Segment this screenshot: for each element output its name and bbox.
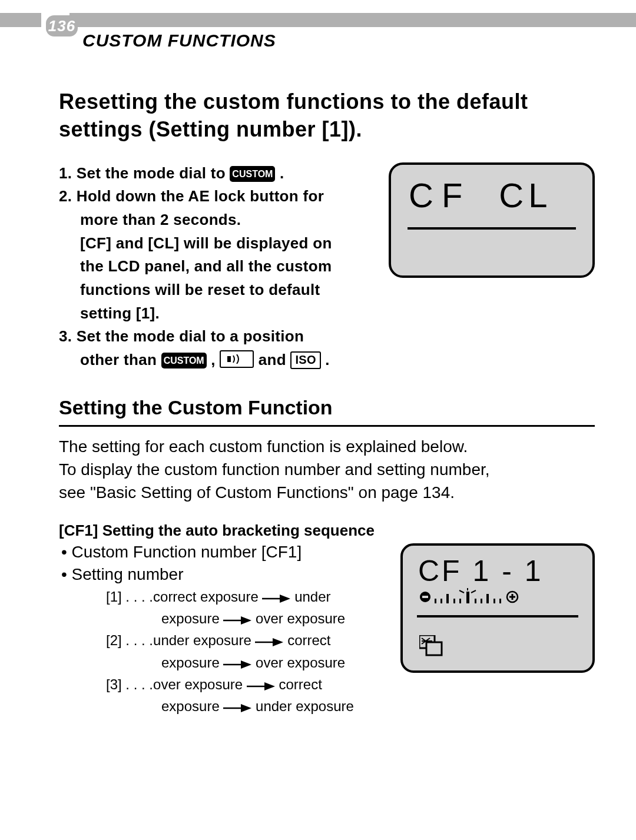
step-2-line-1: 2. Hold down the AE lock button for — [59, 185, 371, 208]
svg-marker-12 — [241, 704, 251, 712]
lcd-1-right: CL — [499, 176, 552, 214]
lcd-2-divider — [417, 615, 578, 617]
svg-rect-24 — [475, 599, 476, 603]
band-right — [69, 13, 636, 27]
cf1-opt1-b: under — [294, 589, 330, 605]
cf1-opt1-a: [1] . . . .correct exposure — [106, 589, 262, 605]
continuous-drive-icon — [419, 635, 446, 659]
section-title: CUSTOM FUNCTIONS — [82, 31, 276, 51]
svg-rect-26 — [486, 594, 489, 603]
header-band — [0, 13, 636, 27]
svg-rect-36 — [426, 642, 442, 655]
cf1-opt3-d: under exposure — [256, 698, 354, 714]
band-left — [0, 13, 41, 27]
svg-rect-20 — [466, 592, 469, 603]
arrow-icon — [255, 638, 283, 646]
cf1-options: [1] . . . .correct exposure under exposu… — [59, 586, 390, 717]
body-line-1: The setting for each custom function is … — [59, 437, 468, 456]
svg-rect-25 — [481, 599, 482, 603]
lcd-1-text: CFCL — [409, 175, 552, 215]
body-line-2: To display the custom function number an… — [59, 460, 490, 479]
lcd-2-exposure-scale — [418, 588, 542, 606]
svg-line-21 — [459, 590, 464, 593]
cf1-left: • Custom Function number [CF1] • Setting… — [59, 540, 390, 717]
page-heading: Resetting the custom functions to the de… — [59, 88, 595, 144]
content: Resetting the custom functions to the de… — [59, 88, 595, 717]
arrow-icon — [262, 595, 290, 603]
step-2-line-4: the LCD panel, and all the custom — [59, 255, 371, 278]
svg-rect-0 — [227, 356, 231, 362]
heading-line-1: Resetting the custom functions to the de… — [59, 89, 528, 114]
lcd-panel-2: CF 1 - 1 — [400, 543, 595, 661]
cf1-bullet-1: • Custom Function number [CF1] — [59, 541, 390, 563]
custom-mode-chip-2: CUSTOM — [161, 353, 207, 368]
cf1-opt1-cont: exposure over exposure — [106, 607, 390, 629]
lcd-box-1: CFCL — [389, 162, 595, 278]
step-3-part-d: . — [321, 351, 330, 368]
svg-marker-2 — [280, 595, 290, 603]
svg-rect-27 — [493, 599, 495, 603]
arrow-icon — [223, 704, 251, 712]
svg-line-22 — [471, 590, 476, 593]
svg-rect-17 — [446, 594, 449, 603]
cf1-opt2-c: exposure — [161, 655, 223, 670]
step-1-suffix: . — [275, 164, 284, 182]
lcd-2-text: CF 1 - 1 — [418, 554, 544, 588]
cf1-opt1-d: over exposure — [256, 610, 345, 626]
cf1-title: [CF1] Setting the auto bracketing sequen… — [59, 522, 595, 540]
step-1: 1. Set the mode dial to CUSTOM . — [59, 162, 371, 185]
heading-line-2: settings (Setting number [1]). — [59, 117, 362, 141]
page-number-badge: 136 — [46, 15, 78, 36]
cf1-opt3-b: correct — [279, 676, 322, 692]
svg-rect-19 — [459, 599, 461, 603]
cf1-opt2-d: over exposure — [256, 655, 345, 670]
step-3-line-1: 3. Set the mode dial to a position — [59, 326, 371, 348]
svg-rect-15 — [435, 599, 436, 603]
cf1-opt2-cont: exposure over exposure — [106, 652, 390, 673]
cf1-block: [CF1] Setting the auto bracketing sequen… — [59, 522, 595, 717]
cf1-opt3-cont: exposure under exposure — [106, 695, 390, 717]
step-3-part-a: other than — [80, 351, 161, 368]
reset-section: 1. Set the mode dial to CUSTOM . 2. Hold… — [59, 162, 595, 373]
step-2-line-2: more than 2 seconds. — [59, 209, 371, 231]
step-3-line-2: other than CUSTOM , and ISO . — [59, 349, 371, 371]
arrow-icon — [247, 682, 275, 690]
lcd-box-2: CF 1 - 1 — [400, 543, 595, 673]
step-3-part-b: , — [207, 351, 220, 368]
svg-marker-6 — [273, 638, 283, 646]
arrow-icon — [223, 616, 251, 625]
body-paragraph: The setting for each custom function is … — [59, 435, 595, 504]
cf1-bullet-2: • Setting number — [59, 563, 390, 586]
svg-rect-14 — [422, 596, 428, 598]
svg-marker-8 — [241, 660, 251, 669]
step-2-line-6: setting [1]. — [59, 303, 371, 325]
step-2-line-5: functions will be reset to default — [59, 279, 371, 301]
cf1-opt3-a: [3] . . . .over exposure — [106, 676, 247, 692]
subheading: Setting the Custom Function — [59, 396, 595, 427]
svg-marker-4 — [241, 616, 251, 625]
lcd-1-left: CF — [409, 176, 471, 214]
cf1-opt2: [2] . . . .under exposure correct — [106, 629, 390, 651]
cf1-two-col: • Custom Function number [CF1] • Setting… — [59, 540, 595, 717]
page: 136 CUSTOM FUNCTIONS Resetting the custo… — [0, 0, 636, 840]
svg-marker-10 — [264, 682, 275, 690]
steps-list: 1. Set the mode dial to CUSTOM . 2. Hold… — [59, 162, 371, 373]
svg-rect-28 — [499, 599, 501, 603]
svg-rect-16 — [440, 599, 442, 603]
step-2-line-3: [CF] and [CL] will be displayed on — [59, 233, 371, 255]
cf1-opt1-c: exposure — [161, 610, 223, 626]
svg-rect-18 — [453, 599, 455, 603]
cf1-opt3: [3] . . . .over exposure correct — [106, 673, 390, 695]
cf1-opt3-c: exposure — [161, 698, 223, 714]
svg-rect-31 — [512, 594, 514, 600]
step-1-prefix: 1. Set the mode dial to — [59, 164, 230, 182]
cf1-opt2-a: [2] . . . .under exposure — [106, 632, 255, 648]
body-line-3: see "Basic Setting of Custom Functions" … — [59, 483, 455, 502]
custom-mode-chip: CUSTOM — [230, 166, 275, 182]
iso-chip: ISO — [290, 351, 320, 369]
step-3-part-c: and — [259, 351, 291, 368]
lcd-panel-1: CFCL — [389, 162, 595, 280]
cf1-opt1: [1] . . . .correct exposure under — [106, 586, 390, 607]
remote-icon — [220, 350, 254, 368]
cf1-opt2-b: correct — [287, 632, 330, 648]
